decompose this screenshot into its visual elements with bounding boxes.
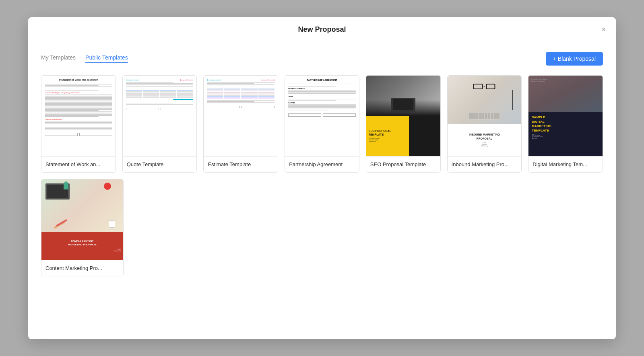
template-preview-content: SAMPLE CONTENTMARKETING PROPOSAL Client … [41, 179, 123, 260]
tabs-container: My Templates Public Templates [41, 54, 128, 63]
template-label-sow: Statement of Work an... [41, 156, 116, 172]
template-label-content: Content Marketing Pro... [41, 260, 123, 276]
template-card-seo[interactable]: SEO PROPOSALTEMPLATE Client: [client_nam… [366, 75, 441, 173]
template-preview-quote: {company_name} {proposal_name} [123, 76, 197, 156]
template-card-sow[interactable]: STATEMENT OF WORK AND CONTRACT 1. Owners… [41, 75, 116, 173]
modal-header: New Proposal × [28, 17, 616, 42]
tab-my-templates[interactable]: My Templates [41, 54, 76, 63]
close-button[interactable]: × [601, 25, 606, 33]
template-label-quote: Quote Template [123, 156, 197, 172]
template-preview-sow: STATEMENT OF WORK AND CONTRACT 1. Owners… [41, 76, 116, 156]
template-preview-seo: SEO PROPOSALTEMPLATE Client: [client_nam… [366, 76, 440, 156]
template-preview-digital: Comprehensive Digital Marketing Services… [528, 76, 603, 156]
template-label-digital: Digital Marketing Tem... [528, 156, 603, 172]
template-label-seo: SEO Proposal Template [366, 156, 440, 172]
modal-overlay: New Proposal × My Templates Public Templ… [0, 0, 644, 356]
template-card-digital[interactable]: Comprehensive Digital Marketing Services… [528, 75, 603, 173]
template-card-content[interactable]: SAMPLE CONTENTMARKETING PROPOSAL Client … [41, 179, 124, 276]
templates-grid-row1: STATEMENT OF WORK AND CONTRACT 1. Owners… [41, 75, 603, 173]
template-card-partnership[interactable]: PARTNERSHIP AGREEMENT WHEREAS CLAUSES [285, 75, 359, 173]
modal-body: My Templates Public Templates + Blank Pr… [28, 42, 616, 286]
template-label-estimate: Estimate Template [204, 156, 278, 172]
template-label-partnership: Partnership Agreement [285, 156, 359, 172]
template-label-inbound: Inbound Marketing Pro... [448, 156, 522, 172]
modal-title: New Proposal [298, 25, 346, 34]
template-card-inbound[interactable]: INBOUND MARKETINGPROPOSAL ClientSubmitte… [447, 75, 522, 173]
tabs-action-bar: My Templates Public Templates + Blank Pr… [41, 52, 603, 66]
new-proposal-modal: New Proposal × My Templates Public Templ… [28, 17, 616, 339]
template-preview-partnership: PARTNERSHIP AGREEMENT WHEREAS CLAUSES [285, 76, 359, 156]
template-preview-inbound: INBOUND MARKETINGPROPOSAL ClientSubmitte… [448, 76, 522, 156]
template-card-quote[interactable]: {company_name} {proposal_name} [122, 75, 197, 173]
template-preview-estimate: {company_name} {proposal_name} [204, 76, 278, 156]
templates-grid-row2: SAMPLE CONTENTMARKETING PROPOSAL Client … [41, 179, 603, 276]
blank-proposal-button[interactable]: + Blank Proposal [546, 52, 603, 66]
tab-public-templates[interactable]: Public Templates [85, 54, 128, 63]
template-card-estimate[interactable]: {company_name} {proposal_name} [203, 75, 278, 173]
